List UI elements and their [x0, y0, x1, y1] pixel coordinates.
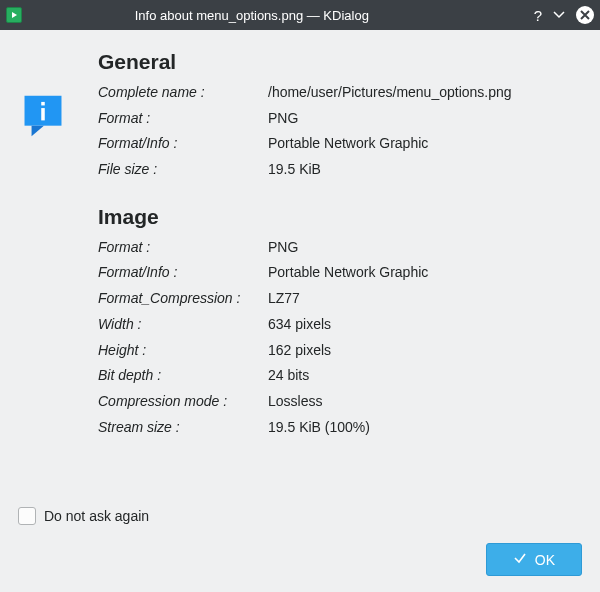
label-compression-mode: Compression mode : [98, 391, 268, 413]
value-complete-name: /home/user/Pictures/menu_options.png [268, 82, 582, 104]
value-format: PNG [268, 108, 582, 130]
icon-column [18, 50, 88, 440]
svg-rect-2 [41, 102, 45, 106]
svg-rect-3 [41, 108, 45, 120]
table-row: Width : 634 pixels [98, 312, 582, 338]
label-format-compression: Format_Compression : [98, 288, 268, 310]
value-bit-depth: 24 bits [268, 365, 582, 387]
value-stream-size: 19.5 KiB (100%) [268, 417, 582, 439]
table-row: Format_Compression : LZ77 [98, 286, 582, 312]
ok-button[interactable]: OK [486, 543, 582, 576]
label-format-info: Format/Info : [98, 133, 268, 155]
label-width: Width : [98, 314, 268, 336]
table-row: Stream size : 19.5 KiB (100%) [98, 415, 582, 441]
table-row: Complete name : /home/user/Pictures/menu… [98, 80, 582, 106]
table-row: Bit depth : 24 bits [98, 363, 582, 389]
button-row: OK [18, 543, 582, 576]
table-row: Height : 162 pixels [98, 338, 582, 364]
value-file-size: 19.5 KiB [268, 159, 582, 181]
label-img-format: Format : [98, 237, 268, 259]
close-icon[interactable] [576, 6, 594, 24]
window-title: Info about menu_options.png — KDialog [30, 8, 534, 23]
value-img-format-info: Portable Network Graphic [268, 262, 582, 284]
app-icon [6, 7, 22, 23]
table-row: Format : PNG [98, 235, 582, 261]
value-width: 634 pixels [268, 314, 582, 336]
section-heading-image: Image [98, 205, 582, 229]
info-icon [18, 94, 68, 138]
check-icon [513, 551, 527, 568]
do-not-ask-row[interactable]: Do not ask again [18, 507, 582, 525]
content-column: General Complete name : /home/user/Pictu… [88, 50, 582, 440]
table-row: Format/Info : Portable Network Graphic [98, 260, 582, 286]
label-bit-depth: Bit depth : [98, 365, 268, 387]
label-format: Format : [98, 108, 268, 130]
value-compression-mode: Lossless [268, 391, 582, 413]
dialog-body: General Complete name : /home/user/Pictu… [0, 30, 600, 440]
value-img-format: PNG [268, 237, 582, 259]
svg-marker-1 [32, 126, 44, 137]
dialog-footer: Do not ask again OK [0, 507, 600, 592]
table-row: Format : PNG [98, 106, 582, 132]
label-img-format-info: Format/Info : [98, 262, 268, 284]
window-controls: ? [534, 6, 594, 24]
table-row: File size : 19.5 KiB [98, 157, 582, 183]
section-heading-general: General [98, 50, 582, 74]
label-file-size: File size : [98, 159, 268, 181]
value-height: 162 pixels [268, 340, 582, 362]
value-format-info: Portable Network Graphic [268, 133, 582, 155]
table-row: Compression mode : Lossless [98, 389, 582, 415]
label-height: Height : [98, 340, 268, 362]
help-icon[interactable]: ? [534, 8, 542, 23]
do-not-ask-label: Do not ask again [44, 508, 149, 524]
value-format-compression: LZ77 [268, 288, 582, 310]
titlebar: Info about menu_options.png — KDialog ? [0, 0, 600, 30]
table-row: Format/Info : Portable Network Graphic [98, 131, 582, 157]
do-not-ask-checkbox[interactable] [18, 507, 36, 525]
ok-button-label: OK [535, 552, 555, 568]
label-complete-name: Complete name : [98, 82, 268, 104]
minimize-icon[interactable] [552, 7, 566, 23]
label-stream-size: Stream size : [98, 417, 268, 439]
